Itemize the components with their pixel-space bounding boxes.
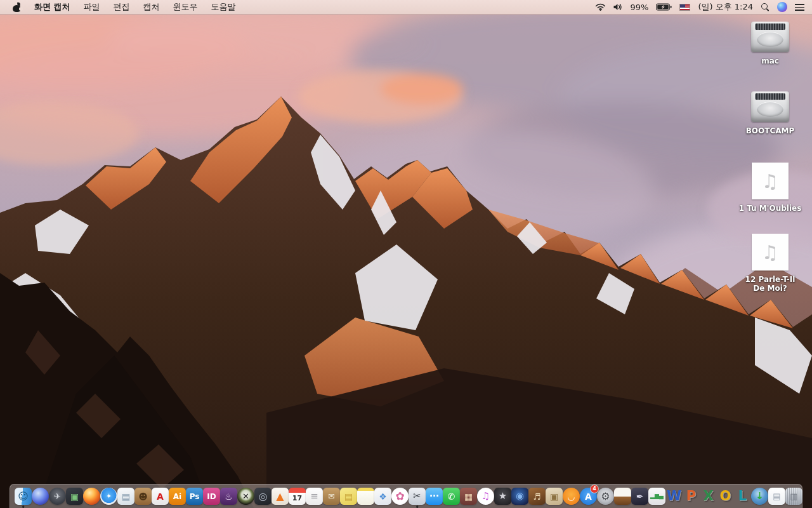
dock-item-document-file[interactable]: ▤ [768, 485, 785, 508]
battery-percent: 99% [630, 3, 648, 12]
disk-fan-utility-icon: ◎ [254, 488, 272, 505]
vlc-icon: ▲ [272, 488, 289, 505]
dock-item-system-preferences[interactable]: ⚙ [597, 485, 614, 508]
desktop-icon-label: BOOTCAMP [738, 126, 802, 135]
dock-item-idvd[interactable]: ◉ [511, 485, 528, 508]
dock-item-ms-lync[interactable]: L [734, 485, 751, 508]
notification-center-menu[interactable] [795, 4, 804, 11]
desktop-icon-audio-file-1[interactable]: ♫ 1 Tu M'Oublies [738, 163, 802, 213]
grab-screen-capture-icon: ✂ [409, 488, 426, 505]
volume-icon [613, 3, 622, 11]
dock-item-contacts[interactable]: ☻ [134, 485, 152, 508]
dock-item-launchpad[interactable]: ✈ [49, 485, 66, 508]
dock-item-x-media-app[interactable]: ✕ [237, 485, 254, 508]
finder-icon: ☺ [15, 488, 32, 505]
siri-icon [777, 2, 787, 12]
menu-file[interactable]: 파일 [84, 1, 100, 13]
adobe-acrobat-icon: A [152, 488, 169, 505]
dock-item-photos[interactable]: ✿ [391, 485, 409, 508]
menu-help[interactable]: 도움말 [211, 1, 236, 13]
dock-item-messages[interactable]: ⋯ [426, 485, 443, 508]
dock-item-imovie[interactable]: ★ [494, 485, 511, 508]
dock-item-ms-powerpoint[interactable]: P [683, 485, 700, 508]
dock-item-ms-outlook[interactable]: O [717, 485, 734, 508]
photo-booth-icon: ▦ [460, 488, 477, 505]
wifi-menu[interactable] [595, 3, 606, 11]
dock-item-scrapbook-app[interactable]: ▣ [546, 485, 563, 508]
desktop-icon-mac-drive[interactable]: mac [738, 22, 802, 65]
desktop: 화면 캡처 파일 편집 캡처 윈도우 도움말 [0, 0, 812, 508]
dock-item-finder[interactable]: ☺ [15, 485, 32, 508]
ms-excel-icon: X [700, 488, 717, 505]
calendar-icon: 17 [289, 488, 306, 505]
desktop-icon-label: mac [738, 57, 802, 65]
dock-item-calendar[interactable]: 17 [289, 485, 306, 508]
dock-item-facetime[interactable]: ✆ [443, 485, 460, 508]
dock-item-trash[interactable]: ▥ [785, 485, 802, 508]
package-utility-icon: ✉ [323, 488, 340, 505]
apple-bite-icon [19, 7, 23, 11]
dock-item-app-store[interactable]: A4 [580, 485, 597, 508]
dock-item-keynote[interactable] [614, 485, 631, 508]
adobe-indesign-icon: ID [203, 488, 220, 505]
dock-item-firefox[interactable] [83, 485, 100, 508]
siri-menu[interactable] [777, 2, 787, 12]
menu-edit[interactable]: 편집 [114, 1, 130, 13]
ms-lync-icon: L [734, 488, 751, 505]
dock-item-adobe-indesign[interactable]: ID [203, 485, 220, 508]
menu-window[interactable]: 윈도우 [173, 1, 198, 13]
dock-item-globe-download-app[interactable]: ↓ [751, 485, 768, 508]
dock-item-vlc[interactable]: ▲ [272, 485, 289, 508]
dock-item-pages[interactable]: ✒ [631, 485, 648, 508]
dock-item-stickies[interactable]: ▤ [340, 485, 357, 508]
music-note-icon: ♫ [762, 170, 779, 192]
preview-icon: ▤ [117, 488, 134, 505]
dock-item-toast[interactable]: ♨ [220, 485, 237, 508]
dock-item-siri[interactable] [32, 485, 49, 508]
volume-menu[interactable] [613, 3, 622, 11]
dock-item-disk-fan-utility[interactable]: ◎ [254, 485, 272, 508]
dock-item-adobe-photoshop[interactable]: Ps [186, 485, 203, 508]
desktop-icon-bootcamp-drive[interactable]: BOOTCAMP [738, 91, 802, 135]
dock-item-notes[interactable] [357, 485, 374, 508]
imovie-icon: ★ [494, 488, 511, 505]
contacts-icon: ☻ [134, 488, 152, 505]
clock-menu[interactable]: (일) 오후 1:24 [698, 1, 753, 13]
desktop-icon-audio-file-2[interactable]: ♫ 12 Parle-T-Il De Moi? [738, 234, 802, 293]
dock-item-preview[interactable]: ▤ [117, 485, 134, 508]
itunes-icon: ♫ [477, 488, 494, 505]
battery-menu[interactable] [656, 3, 672, 11]
dock-item-reminders[interactable]: ≡ [306, 485, 323, 508]
dock-item-ibooks[interactable]: ◡ [563, 485, 580, 508]
menu-bar: 화면 캡처 파일 편집 캡처 윈도우 도움말 [0, 0, 812, 15]
messages-icon: ⋯ [426, 488, 443, 505]
hard-drive-icon [751, 22, 789, 52]
dock-item-itunes[interactable]: ♫ [477, 485, 494, 508]
garageband-icon: ♬ [528, 488, 546, 505]
menu-capture[interactable]: 캡처 [143, 1, 160, 13]
dock-item-ms-word[interactable]: W [665, 485, 683, 508]
dock-item-numbers[interactable]: ▂▆▄ [648, 485, 665, 508]
dock-item-safari[interactable]: ✦ [100, 485, 117, 508]
dock-item-garageband[interactable]: ♬ [528, 485, 546, 508]
dock-item-photo-booth[interactable]: ▦ [460, 485, 477, 508]
globe-download-app-icon: ↓ [751, 488, 768, 505]
music-note-icon: ♫ [762, 241, 779, 264]
dock-item-flashcards-app[interactable]: ❖ [374, 485, 391, 508]
dock-item-grab-screen-capture[interactable]: ✂ [409, 485, 426, 508]
spotlight-menu[interactable] [761, 3, 769, 11]
audio-file-icon: ♫ [752, 163, 789, 199]
desktop-icon-label: 12 Parle-T-Il De Moi? [738, 275, 802, 293]
menu-bar-left: 화면 캡처 파일 편집 캡처 윈도우 도움말 [0, 1, 236, 13]
input-source-menu[interactable] [679, 4, 690, 11]
dock-item-adobe-acrobat[interactable]: A [152, 485, 169, 508]
apple-menu[interactable] [13, 3, 21, 12]
search-icon [761, 3, 769, 11]
mission-control-icon: ▣ [66, 488, 83, 505]
dock-item-mission-control[interactable]: ▣ [66, 485, 83, 508]
dock-item-adobe-illustrator[interactable]: Ai [169, 485, 186, 508]
dock-item-package-utility[interactable]: ✉ [323, 485, 340, 508]
menu-app-name[interactable]: 화면 캡처 [34, 1, 70, 13]
ms-word-icon: W [665, 488, 683, 505]
dock-item-ms-excel[interactable]: X [700, 485, 717, 508]
